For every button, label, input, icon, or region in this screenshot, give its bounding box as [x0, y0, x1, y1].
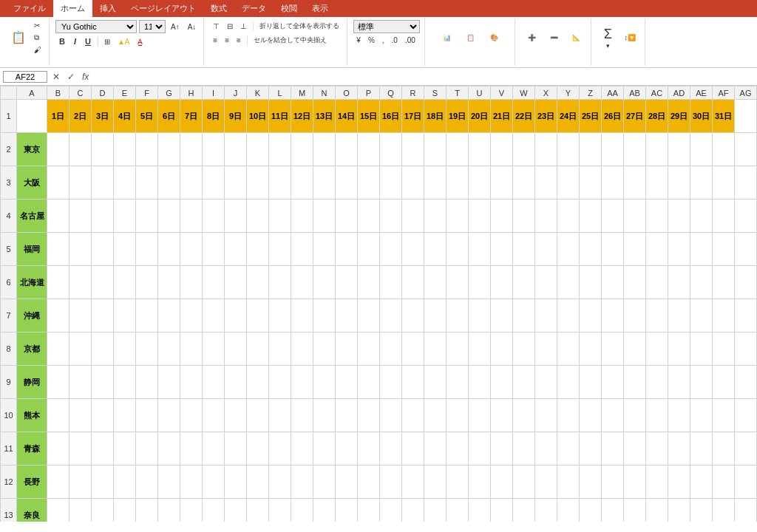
cell-data-r11-c19[interactable]	[424, 432, 447, 466]
cancel-formula-icon[interactable]: ✕	[50, 72, 62, 82]
sort-filter-button[interactable]: ↕🔽	[619, 32, 640, 44]
cell-data-r2-c17[interactable]	[380, 133, 402, 166]
cell-data-r6-c13[interactable]	[291, 266, 313, 299]
cell-data-r8-c12[interactable]	[269, 332, 291, 366]
cell-data-r12-c22[interactable]	[491, 466, 513, 499]
cell-data-r10-c29[interactable]	[646, 399, 668, 432]
borders-button[interactable]: ⊞	[101, 36, 113, 47]
cell-data-r10-c8[interactable]	[180, 399, 203, 432]
cell-data-r9-c17[interactable]	[380, 366, 402, 399]
cell-day-header-18[interactable]: 18日	[424, 100, 447, 133]
cell-day-header-31[interactable]: 31日	[713, 100, 735, 133]
cell-data-r12-c23[interactable]	[513, 466, 535, 499]
cell-data-r9-c7[interactable]	[158, 366, 180, 399]
cell-data-r13-c13[interactable]	[291, 499, 313, 522]
cell-data-r10-c30[interactable]	[668, 399, 690, 432]
row-7-header[interactable]: 7	[1, 299, 17, 332]
cell-data-r5-c14[interactable]	[313, 233, 336, 266]
cell-data-r7-c13[interactable]	[291, 299, 313, 332]
cell-data-r4-c10[interactable]	[225, 200, 247, 233]
cell-data-r8-c30[interactable]	[668, 332, 690, 366]
cell-data-r12-c13[interactable]	[291, 466, 313, 499]
cell-data-r3-c26[interactable]	[580, 166, 602, 200]
col-J-header[interactable]: J	[225, 86, 247, 100]
wrap-text-button[interactable]: 折り返して全体を表示する	[257, 20, 342, 33]
col-AC-header[interactable]: AC	[646, 86, 668, 100]
cell-data-r6-c22[interactable]	[491, 266, 513, 299]
cell-data-r11-c16[interactable]	[358, 432, 380, 466]
col-T-header[interactable]: T	[447, 86, 469, 100]
cell-data-r11-c20[interactable]	[447, 432, 469, 466]
cell-data-r2-c30[interactable]	[668, 133, 690, 166]
cell-data-r8-c31[interactable]	[690, 332, 713, 366]
align-right-button[interactable]: ≡	[234, 35, 244, 46]
cell-day-header-3[interactable]: 3日	[92, 100, 114, 133]
cell-data-r5-c26[interactable]	[580, 233, 602, 266]
cell-data-r13-c17[interactable]	[380, 499, 402, 522]
cell-data-r5-c6[interactable]	[136, 233, 158, 266]
cell-day-header-27[interactable]: 27日	[624, 100, 646, 133]
cell-data-r7-c30[interactable]	[668, 299, 690, 332]
cell-data-r2-c26[interactable]	[580, 133, 602, 166]
cell-data-r2-c19[interactable]	[424, 133, 447, 166]
cell-data-r13-c15[interactable]	[336, 499, 358, 522]
cell-data-r12-c5[interactable]	[114, 466, 136, 499]
cell-data-r3-c10[interactable]	[225, 166, 247, 200]
col-O-header[interactable]: O	[336, 86, 358, 100]
col-AB-header[interactable]: AB	[624, 86, 646, 100]
cell-data-r5-c8[interactable]	[180, 233, 203, 266]
cell-day-header-17[interactable]: 17日	[402, 100, 424, 133]
formula-input[interactable]	[94, 72, 754, 82]
cell-data-r3-c31[interactable]	[690, 166, 713, 200]
cell-data-r6-c3[interactable]	[69, 266, 92, 299]
row-9-header[interactable]: 9	[1, 366, 17, 399]
col-X-header[interactable]: X	[535, 86, 557, 100]
col-AA-header[interactable]: AA	[602, 86, 624, 100]
cell-data-r3-c19[interactable]	[424, 166, 447, 200]
cell-data-r13-c31[interactable]	[690, 499, 713, 522]
align-bottom-button[interactable]: ⊥	[237, 21, 250, 32]
cell-data-r6-c24[interactable]	[535, 266, 557, 299]
cell-day-header-11[interactable]: 11日	[269, 100, 291, 133]
cell-data-r3-c4[interactable]	[92, 166, 114, 200]
decimal-dec-button[interactable]: .00	[402, 35, 418, 46]
cell-data-r10-c14[interactable]	[313, 399, 336, 432]
cell-data-r3-c5[interactable]	[114, 166, 136, 200]
tab-formula[interactable]: 数式	[203, 0, 234, 17]
cell-data-r2-c16[interactable]	[358, 133, 380, 166]
col-B-header[interactable]: B	[47, 86, 69, 100]
col-W-header[interactable]: W	[513, 86, 535, 100]
cell-data-r5-c13[interactable]	[291, 233, 313, 266]
cell-data-r6-c33[interactable]	[735, 266, 757, 299]
cell-data-r8-c7[interactable]	[158, 332, 180, 366]
cell-data-r5-c22[interactable]	[491, 233, 513, 266]
cell-data-r5-c19[interactable]	[424, 233, 447, 266]
cell-data-r5-c3[interactable]	[69, 233, 92, 266]
cell-data-r13-c33[interactable]	[735, 499, 757, 522]
cell-city-静岡[interactable]: 静岡	[17, 366, 47, 399]
cell-data-r4-c14[interactable]	[313, 200, 336, 233]
cell-data-r10-c13[interactable]	[291, 399, 313, 432]
cell-data-r4-c30[interactable]	[668, 200, 690, 233]
cell-data-r12-c3[interactable]	[69, 466, 92, 499]
cell-data-r8-c27[interactable]	[602, 332, 624, 366]
cell-data-r10-c17[interactable]	[380, 399, 402, 432]
cell-data-r4-c18[interactable]	[402, 200, 424, 233]
cell-data-r13-c16[interactable]	[358, 499, 380, 522]
tab-page-layout[interactable]: ページレイアウト	[123, 0, 203, 17]
cell-data-r6-c23[interactable]	[513, 266, 535, 299]
cell-data-r11-c30[interactable]	[668, 432, 690, 466]
cell-data-r11-c11[interactable]	[247, 432, 269, 466]
cell-data-r8-c3[interactable]	[69, 332, 92, 366]
cell-data-r8-c21[interactable]	[469, 332, 491, 366]
align-top-button[interactable]: ⊤	[210, 21, 223, 32]
cell-data-r4-c31[interactable]	[690, 200, 713, 233]
cell-data-r12-c7[interactable]	[158, 466, 180, 499]
col-F-header[interactable]: F	[136, 86, 158, 100]
cell-data-r13-c11[interactable]	[247, 499, 269, 522]
cell-data-r8-c14[interactable]	[313, 332, 336, 366]
cell-data-r11-c23[interactable]	[513, 432, 535, 466]
row-1-header[interactable]: 1	[1, 100, 17, 133]
cell-data-r13-c22[interactable]	[491, 499, 513, 522]
cell-data-r8-c10[interactable]	[225, 332, 247, 366]
